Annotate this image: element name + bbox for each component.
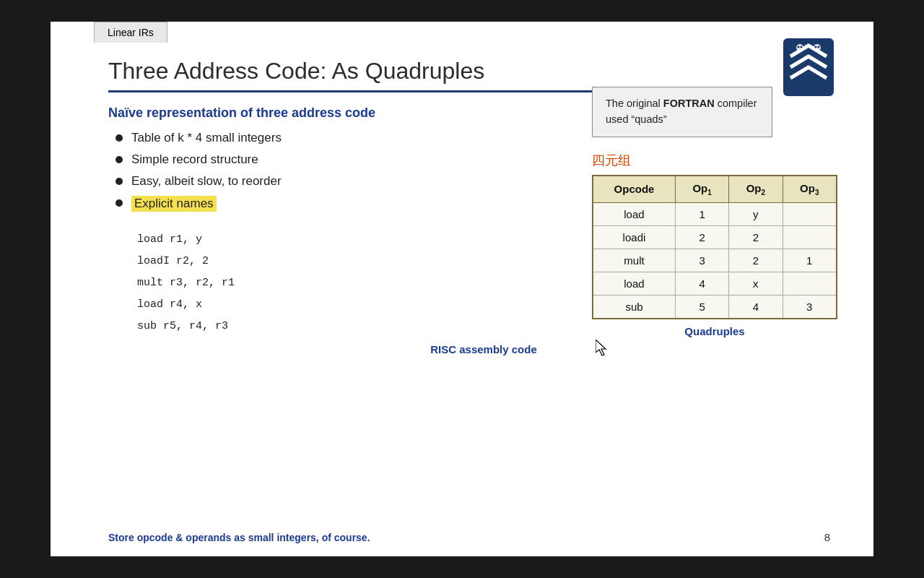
bullet-dot-4: [116, 199, 123, 207]
fortran-bold: FORTRAN: [663, 98, 715, 109]
fortran-box: The original FORTRAN compiler used “quad…: [592, 87, 772, 137]
quadruples-label: Quadruples: [592, 325, 837, 337]
page-number: 8: [824, 531, 830, 543]
table-cell-3-2: 3: [675, 249, 728, 272]
table-row-2: loadi22: [593, 225, 837, 249]
table-cell-3-1: mult: [593, 249, 675, 272]
table-cell-5-4: 3: [783, 295, 837, 319]
chinese-label: 四元组: [592, 152, 837, 169]
quadruples-table: Opcode Op1 Op2 Op3 load1yloadi22mult321l…: [592, 175, 837, 319]
table-row-4: load4x: [593, 272, 837, 295]
col-header-op1: Op1: [675, 176, 728, 203]
table-cell-5-2: 5: [675, 295, 728, 319]
table-cell-5-3: 4: [729, 295, 783, 319]
col-header-op3: Op3: [783, 176, 837, 203]
table-cell-3-3: 2: [729, 249, 783, 272]
svg-marker-7: [596, 340, 606, 355]
table-cell-1-1: load: [593, 202, 675, 225]
mouse-cursor: [596, 340, 610, 360]
slide-container: Linear IRs Three Address Code: As Quadru…: [51, 22, 873, 556]
slide-title: Three Address Code: As Quadruples: [108, 58, 830, 85]
table-row-5: sub543: [593, 295, 837, 319]
table-cell-1-3: y: [729, 202, 783, 225]
bullet-text-4-highlighted: Explicit names: [131, 196, 217, 212]
table-cell-2-2: 2: [675, 225, 728, 249]
col-header-op2: Op2: [729, 176, 783, 203]
table-cell-4-1: load: [593, 272, 675, 295]
table-cell-2-1: loadi: [593, 225, 675, 249]
table-cell-4-2: 4: [675, 272, 728, 295]
table-cell-1-2: 1: [675, 202, 728, 225]
footer-text: Store opcode & operands as small integer…: [108, 532, 370, 543]
table-cell-4-3: x: [729, 272, 783, 295]
bullet-dot-1: [116, 134, 123, 142]
table-row-1: load1y: [593, 202, 837, 225]
table-cell-5-1: sub: [593, 295, 675, 319]
table-cell-1-4: [783, 202, 837, 225]
bullet-text-2: Simple record structure: [131, 152, 258, 167]
table-cell-2-3: 2: [729, 225, 783, 249]
table-cell-4-4: [783, 272, 837, 295]
fortran-text-1: The original: [606, 98, 663, 109]
table-header-row: Opcode Op1 Op2 Op3: [593, 176, 837, 203]
right-panel: The original FORTRAN compiler used “quad…: [592, 87, 837, 337]
bullet-dot-2: [116, 156, 123, 163]
table-cell-2-4: [783, 225, 837, 249]
code-label: RISC assembly code: [137, 343, 830, 355]
slide-content: Three Address Code: As Quadruples Naïve …: [51, 22, 873, 556]
table-row-3: mult321: [593, 249, 837, 272]
table-cell-3-4: 1: [783, 249, 837, 272]
col-header-opcode: Opcode: [593, 176, 675, 203]
bullet-dot-3: [116, 178, 123, 185]
bullet-text-3: Easy, albeit slow, to reorder: [131, 174, 282, 189]
bullet-text-1: Table of k * 4 small integers: [131, 131, 282, 145]
